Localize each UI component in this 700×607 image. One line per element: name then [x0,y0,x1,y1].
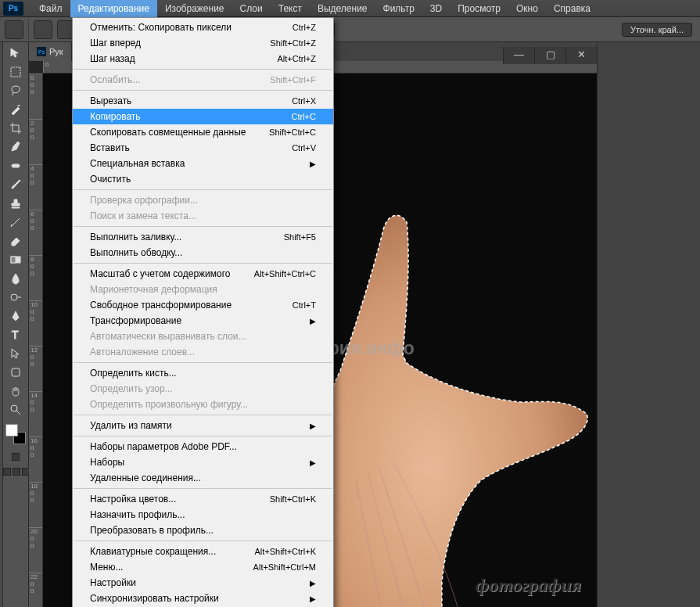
screen-mode[interactable] [3,468,30,476]
menu-item[interactable]: Выполнить заливку...Shift+F5 [73,229,333,245]
blur-tool[interactable] [5,269,27,287]
menu-separator [74,436,332,436]
menu-item[interactable]: Шаг впередShift+Ctrl+Z [73,35,333,51]
menu-separator [74,226,332,227]
menu-item: Автоматически выравнивать слои... [73,329,333,344]
pen-tool[interactable] [5,307,27,325]
svg-text:T: T [12,329,19,341]
eyedropper-tool[interactable] [5,138,27,156]
svg-text:Ps: Ps [38,49,45,55]
svg-rect-0 [11,67,20,77]
menu-item: Проверка орфографии... [73,192,333,208]
history-brush-tool[interactable] [5,213,27,231]
menu-item: Ослабить...Shift+Ctrl+F [73,72,333,88]
eraser-tool[interactable] [5,232,27,250]
svg-point-7 [11,405,17,411]
menu-item[interactable]: Скопировать совмещенные данныеShift+Ctrl… [73,124,333,140]
maximize-button[interactable]: ▢ [534,47,565,64]
menu-item[interactable]: Шаг назадAlt+Ctrl+Z [73,51,333,66]
hand-tool[interactable] [5,382,27,400]
marquee-tool[interactable] [5,63,27,81]
toolbar: T [3,42,29,607]
menu-item: Определить узор... [73,381,333,397]
tool-preset-icon[interactable] [5,20,23,39]
menu-item[interactable]: Трансформирование▶ [73,313,333,329]
zoom-tool[interactable] [5,400,27,418]
stamp-tool[interactable] [5,194,27,212]
menu-item[interactable]: КопироватьCtrl+C [73,109,333,124]
menu-item[interactable]: Отменить: Скопировать пикселиCtrl+Z [73,20,333,35]
refine-edge-button[interactable]: Уточн. край... [622,23,692,37]
menu-item[interactable]: Удалить из памяти▶ [73,418,333,433]
menu-item[interactable]: Определить кисть... [73,365,333,381]
menu-item[interactable]: Наборы параметров Adobe PDF... [73,439,333,454]
menu-item[interactable]: Преобразовать в профиль... [73,523,333,538]
close-button[interactable]: ✕ [565,47,597,64]
menu-separator [74,362,332,363]
quickmask-toggle[interactable] [12,453,20,461]
menu-item[interactable]: Настройки▶ [73,575,333,591]
heal-tool[interactable] [5,156,27,174]
menu-3d[interactable]: 3D [422,0,450,17]
menu-фильтр[interactable]: Фильтр [375,0,422,17]
menu-separator [74,90,332,91]
lasso-tool[interactable] [5,81,27,99]
menu-item: Поиск и замена текста... [73,208,333,224]
crop-tool[interactable] [5,119,27,137]
menu-item: Марионеточная деформация [73,282,333,297]
menu-item: Определить произвольную фигуру... [73,397,333,412]
color-swatches[interactable] [5,424,26,444]
menu-separator [74,189,332,190]
gradient-tool[interactable] [5,250,27,268]
svg-rect-3 [11,257,16,263]
right-panel-dock[interactable] [597,42,700,607]
menu-item[interactable]: Удаленные соединения... [73,470,333,486]
menubar: Ps ФайлРедактированиеИзображениеСлоиТекс… [0,0,700,17]
menu-выделение[interactable]: Выделение [310,0,375,17]
menu-item[interactable]: Меню...Alt+Shift+Ctrl+M [73,559,333,575]
menu-item[interactable]: Свободное трансформированиеCtrl+T [73,297,333,313]
app-logo: Ps [3,2,23,16]
menu-item[interactable]: Выполнить обводку... [73,245,333,260]
menu-separator [74,69,332,70]
menu-item[interactable]: Синхронизировать настройки▶ [73,591,333,606]
menu-просмотр[interactable]: Просмотр [450,0,508,17]
dodge-tool[interactable] [5,288,27,306]
selection-new-icon[interactable] [34,20,52,39]
svg-point-4 [11,294,17,300]
separator [28,20,29,39]
menu-separator [74,263,332,264]
menu-separator [74,488,332,489]
menu-item[interactable]: Очистить [73,171,333,187]
menu-item[interactable]: Наборы▶ [73,454,333,470]
menu-item[interactable]: Назначить профиль... [73,507,333,523]
document-tab[interactable]: PsРук [29,42,72,61]
menu-item: Автоналожение слоев... [73,344,333,360]
menu-item[interactable]: Специальная вставка▶ [73,156,333,171]
minimize-button[interactable]: — [503,47,534,64]
ruler-vertical[interactable]: 0 0 02 0 04 0 06 0 08 0 010 0 012 0 014 … [29,74,43,607]
menu-item[interactable]: ВырезатьCtrl+X [73,93,333,109]
menu-separator [74,415,332,415]
brush-tool[interactable] [5,175,27,193]
menu-справка[interactable]: Справка [546,0,598,17]
menu-separator [74,541,332,541]
menu-слои[interactable]: Слои [232,0,271,17]
menu-item[interactable]: Настройка цветов...Shift+Ctrl+K [73,491,333,507]
menu-item[interactable]: Масштаб с учетом содержимогоAlt+Shift+Ct… [73,266,333,282]
menu-изображение[interactable]: Изображение [157,0,232,17]
move-tool[interactable] [5,44,27,62]
menu-окно[interactable]: Окно [508,0,546,17]
magic-wand-tool[interactable] [5,100,27,118]
menu-файл[interactable]: Файл [31,0,70,17]
path-select-tool[interactable] [5,344,27,362]
edit-menu-dropdown: Отменить: Скопировать пикселиCtrl+ZШаг в… [72,17,334,607]
menu-редактирование[interactable]: Редактирование [70,0,157,17]
type-tool[interactable]: T [5,325,27,343]
svg-rect-1 [12,164,20,167]
menu-item[interactable]: ВставитьCtrl+V [73,140,333,156]
menu-текст[interactable]: Текст [271,0,310,17]
shape-tool[interactable] [5,363,27,381]
window-controls: — ▢ ✕ [503,47,597,64]
menu-item[interactable]: Клавиатурные сокращения...Alt+Shift+Ctrl… [73,544,333,559]
